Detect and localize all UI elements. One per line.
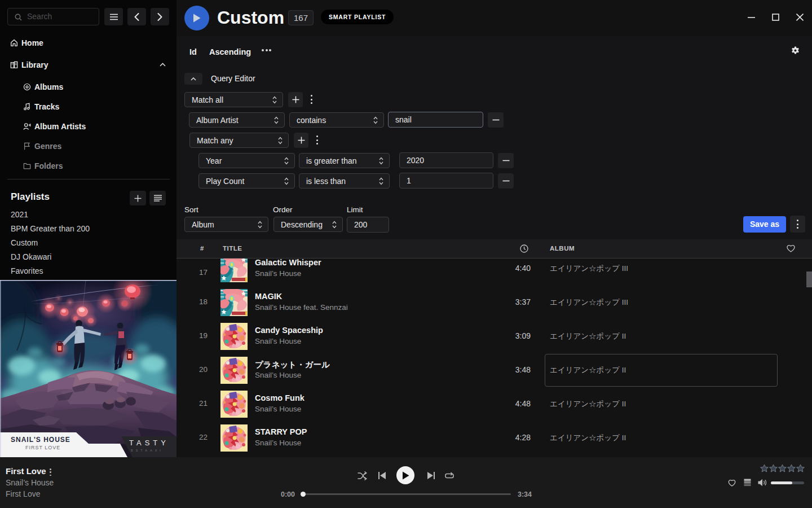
svg-text:TASTY: TASTY — [129, 439, 169, 447]
svg-text:SNAIL'S HOUSE: SNAIL'S HOUSE — [11, 436, 70, 444]
svg-text:BSTAAXI: BSTAAXI — [131, 449, 164, 452]
svg-text:FIRST LOVE: FIRST LOVE — [25, 445, 60, 450]
